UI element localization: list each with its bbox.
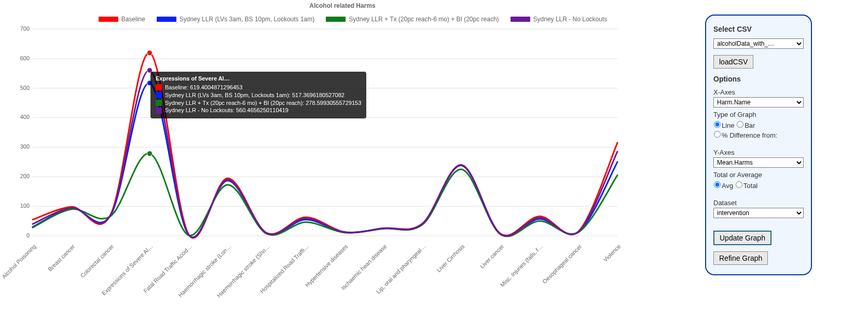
avg-option[interactable]: Avg <box>713 182 733 190</box>
hover-point <box>147 151 152 156</box>
hover-point <box>147 81 152 86</box>
refine-graph-button[interactable]: Refine Graph <box>713 251 768 265</box>
legend: BaselineSydney LLR (LVs 3am, BS 10pm, Lo… <box>31 16 674 23</box>
legend-label: Sydney LLR - No Lockouts <box>533 16 608 23</box>
controls-panel: Select CSV alcoholData_with_… loadCSV Op… <box>705 15 812 275</box>
series-line <box>33 83 617 237</box>
x-axis-label: Liver Cirrhosis <box>436 243 466 273</box>
legend-item[interactable]: Sydney LLR + Tx (20pc reach-6 mo) + BI (… <box>326 16 499 23</box>
legend-swatch <box>157 17 176 22</box>
dataset-select[interactable]: intervention <box>713 208 804 218</box>
x-axis-label: Oesophageal cancer <box>541 243 583 285</box>
type-bar-radio[interactable] <box>737 121 743 128</box>
select-csv-heading: Select CSV <box>713 25 804 33</box>
x-axis-label: Hypertensive diseases <box>304 243 349 288</box>
svg-text:500: 500 <box>20 85 30 91</box>
options-heading: Options <box>713 75 804 83</box>
legend-swatch <box>99 17 118 22</box>
legend-swatch <box>326 17 346 22</box>
avg-radio[interactable] <box>714 181 721 188</box>
x-axis-label: Liver cancer <box>478 243 505 270</box>
type-pct-option[interactable]: % Difference from: <box>713 131 777 139</box>
x-axis-label: Misc. Injuries (falls, f… <box>499 243 544 288</box>
y-axes-label: Y-Axes <box>713 149 804 156</box>
legend-item[interactable]: Baseline <box>99 16 145 23</box>
svg-text:100: 100 <box>20 203 30 209</box>
type-line-option[interactable]: Line <box>713 122 735 129</box>
legend-item[interactable]: Sydney LLR - No Lockouts <box>511 16 608 23</box>
chart-container: Alcohol related Harms BaselineSydney LLR… <box>0 0 685 321</box>
legend-label: Sydney LLR (LVs 3am, BS 10pm, Lockouts 1… <box>180 16 315 23</box>
legend-label: Baseline <box>121 16 145 23</box>
y-axes-select[interactable]: Mean.Harms <box>713 157 804 168</box>
x-axis-label: Alcohol Poisoning <box>1 243 37 279</box>
series-line <box>33 53 617 238</box>
total-radio[interactable] <box>736 181 742 188</box>
total-or-avg-label: Total or Average <box>713 171 804 179</box>
x-axis-label: Colorectal cancer <box>79 243 115 279</box>
update-graph-button[interactable]: Update Graph <box>713 231 771 245</box>
plot-area[interactable]: 0100200300400500600700 <box>13 26 623 239</box>
svg-text:200: 200 <box>20 173 30 179</box>
load-csv-button[interactable]: loadCSV <box>713 55 753 69</box>
x-axis-label: Violence <box>602 243 622 263</box>
svg-text:400: 400 <box>20 114 30 120</box>
type-line-radio[interactable] <box>714 121 721 128</box>
type-bar-option[interactable]: Bar <box>736 122 755 129</box>
legend-item[interactable]: Sydney LLR (LVs 3am, BS 10pm, Lockouts 1… <box>157 16 315 23</box>
dataset-label: Dataset <box>713 199 804 207</box>
svg-text:600: 600 <box>20 55 30 61</box>
x-axes-select[interactable]: Harm.Name <box>713 97 804 108</box>
x-axes-label: X-Axes <box>713 88 804 96</box>
series-line <box>33 70 617 237</box>
type-pct-radio[interactable] <box>714 131 721 138</box>
hover-point <box>147 50 152 56</box>
type-of-graph-label: Type of Graph <box>713 111 804 118</box>
csv-select[interactable]: alcoholData_with_… <box>713 38 804 49</box>
svg-text:0: 0 <box>26 232 30 238</box>
hover-point <box>147 68 152 73</box>
total-option[interactable]: Total <box>735 182 757 190</box>
legend-swatch <box>511 17 530 22</box>
svg-text:300: 300 <box>20 143 30 150</box>
x-axis-label: Breast cancer <box>47 243 76 272</box>
legend-label: Sydney LLR + Tx (20pc reach-6 mo) + BI (… <box>349 16 499 23</box>
x-axis-labels: Alcohol PoisoningBreast cancerColorectal… <box>13 239 623 317</box>
chart-title: Alcohol related Harms <box>0 2 685 9</box>
svg-text:700: 700 <box>20 26 30 32</box>
